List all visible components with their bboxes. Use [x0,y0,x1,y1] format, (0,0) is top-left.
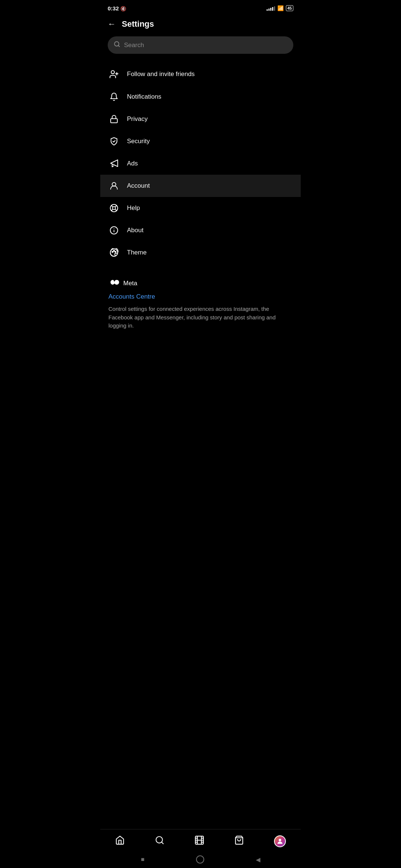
nav-item-shop[interactable] [231,833,248,849]
settings-item-help[interactable]: Help [100,197,301,219]
nav-item-reels[interactable] [191,833,208,849]
account-label: Account [127,182,150,190]
svg-point-17 [112,251,113,253]
person-icon [108,181,120,190]
bell-icon [108,92,120,101]
back-button[interactable]: ← [108,19,116,29]
svg-point-2 [111,70,114,74]
nav-items [100,829,301,852]
meta-label: Meta [123,280,137,287]
settings-list: Follow and invite friends Notifications … [100,63,301,264]
search-nav-icon [155,835,164,847]
settings-item-about[interactable]: About [100,219,301,241]
battery-icon: 45 [286,5,293,11]
ads-label: Ads [127,160,138,167]
nav-item-profile[interactable] [270,833,290,849]
settings-item-ads[interactable]: Ads [100,152,301,175]
svg-line-11 [115,206,117,207]
palette-icon [108,248,120,257]
status-time-area: 0:32 🔇 [108,5,126,11]
home-icon [115,835,125,847]
reels-icon [195,835,204,847]
lifebuoy-icon [108,204,120,213]
wifi-icon: 📶 [277,5,284,11]
svg-line-1 [118,45,119,46]
search-icon [114,41,120,49]
svg-point-31 [278,839,281,841]
svg-line-21 [162,842,163,844]
search-bar[interactable]: Search [108,36,293,54]
system-square-button[interactable]: ■ [141,856,144,863]
status-bar: 0:32 🔇 📶 45 [100,0,301,15]
system-circle-button[interactable] [196,855,204,864]
settings-item-privacy[interactable]: Privacy [100,108,301,130]
accounts-centre-link[interactable]: Accounts Centre [108,293,293,300]
info-icon [108,226,120,235]
svg-rect-5 [111,119,117,123]
privacy-label: Privacy [127,115,148,123]
status-time: 0:32 [108,5,119,11]
svg-line-9 [111,206,113,207]
about-label: About [127,227,143,234]
svg-point-18 [114,250,115,251]
system-back-button[interactable]: ◀ [256,856,260,863]
lock-icon [108,115,120,124]
nav-item-home[interactable] [111,833,128,849]
section-gap [100,264,301,270]
svg-point-19 [115,251,116,253]
notifications-label: Notifications [127,93,162,101]
security-label: Security [127,138,150,145]
follow-label: Follow and invite friends [127,70,195,78]
shield-icon [108,137,120,146]
accounts-centre-description: Control settings for connected experienc… [108,305,293,330]
shop-icon [234,835,244,847]
muted-icon: 🔇 [120,6,126,11]
status-icons: 📶 45 [267,5,293,11]
page-title: Settings [122,19,154,29]
follow-icon [108,69,120,79]
system-nav: ■ ◀ [100,852,301,868]
megaphone-icon [108,159,120,168]
theme-label: Theme [127,249,147,256]
settings-item-security[interactable]: Security [100,130,301,152]
bottom-nav: ■ ◀ [100,829,301,868]
settings-item-account[interactable]: Account [100,175,301,197]
search-placeholder: Search [124,42,144,49]
svg-line-12 [111,209,113,211]
meta-section: Meta Accounts Centre Control settings fo… [100,270,301,338]
settings-item-follow[interactable]: Follow and invite friends [100,63,301,86]
settings-header: ← Settings [100,15,301,36]
svg-line-10 [115,209,117,211]
help-label: Help [127,204,140,212]
meta-infinity-icon [108,279,120,288]
search-container: Search [100,36,301,63]
profile-avatar [274,835,286,847]
settings-item-notifications[interactable]: Notifications [100,86,301,108]
meta-logo: Meta [108,279,293,288]
settings-item-theme[interactable]: Theme [100,241,301,264]
signal-icon [267,6,275,11]
bottom-spacer [100,338,301,382]
nav-item-search[interactable] [151,833,168,849]
